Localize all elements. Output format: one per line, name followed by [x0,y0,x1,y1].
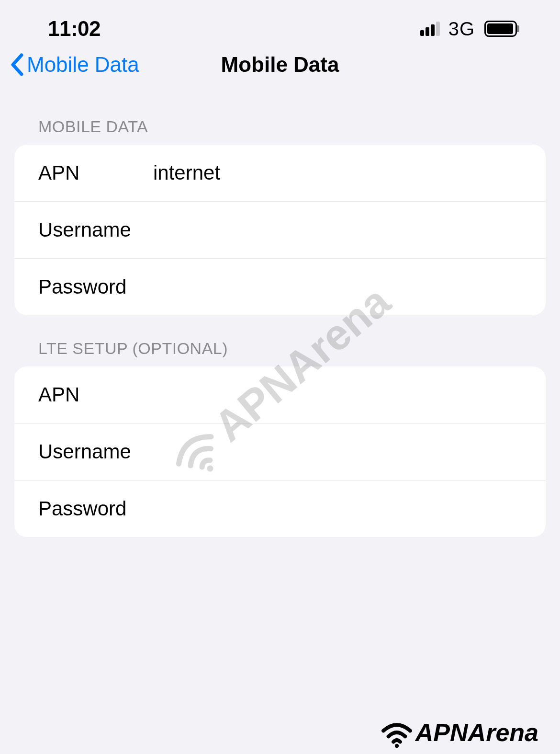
section-header-mobile-data: MOBILE DATA [0,93,560,145]
network-type-label: 3G [448,18,475,40]
lte-apn-label: APN [38,383,153,406]
settings-group-mobile-data: APN Username Password [14,145,546,315]
battery-icon [484,21,517,37]
footer-logo: APNArena [380,716,538,749]
section-header-lte-setup: LTE SETUP (OPTIONAL) [0,315,560,366]
apn-label: APN [38,161,153,184]
lte-password-label: Password [38,497,153,520]
status-indicators: 3G [420,18,517,40]
row-apn[interactable]: APN [14,145,546,202]
status-time: 11:02 [48,17,101,41]
footer-logo-text: APNArena [415,718,538,747]
status-bar: 11:02 3G [0,0,560,53]
row-lte-username[interactable]: Username [14,423,546,480]
navigation-bar: Mobile Data Mobile Data [0,53,560,93]
password-label: Password [38,275,153,298]
settings-group-lte-setup: APN Username Password [14,366,546,537]
chevron-left-icon [10,53,24,77]
username-input[interactable] [153,218,522,241]
row-lte-apn[interactable]: APN [14,366,546,423]
password-input[interactable] [153,275,522,298]
lte-apn-input[interactable] [153,383,522,406]
apn-input[interactable] [153,161,522,184]
svg-point-1 [395,744,399,748]
wifi-icon [380,716,414,749]
row-username[interactable]: Username [14,202,546,259]
cellular-signal-icon [420,22,440,36]
row-lte-password[interactable]: Password [14,480,546,537]
lte-password-input[interactable] [153,497,522,520]
back-button-label: Mobile Data [27,53,139,77]
page-title: Mobile Data [221,53,339,77]
row-password[interactable]: Password [14,259,546,315]
lte-username-input[interactable] [153,440,522,463]
back-button[interactable]: Mobile Data [10,53,139,77]
username-label: Username [38,218,153,241]
lte-username-label: Username [38,440,153,463]
